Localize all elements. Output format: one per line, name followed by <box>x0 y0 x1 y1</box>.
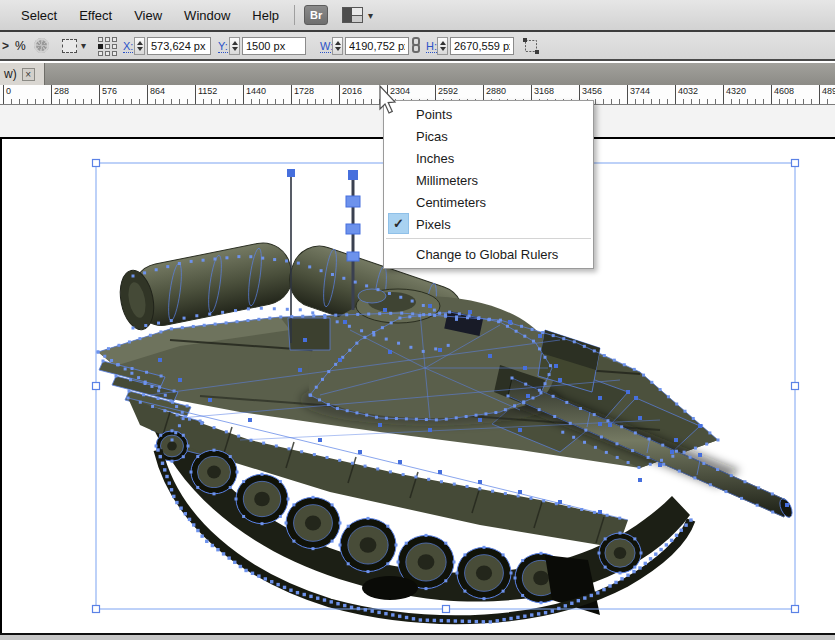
document-tab-label: w) <box>4 67 17 81</box>
ruler-label: 864 <box>150 86 165 96</box>
chevron-down-icon[interactable]: ▾ <box>81 40 86 51</box>
chevron-down-icon[interactable]: ▾ <box>368 10 373 21</box>
h-field-label[interactable]: H: <box>426 41 437 53</box>
constrain-proportions-icon[interactable] <box>411 37 421 56</box>
menu-item-pixels[interactable]: ✓ Pixels <box>384 213 593 235</box>
menu-divider <box>386 238 591 239</box>
ruler-label: 2304 <box>390 86 410 96</box>
bridge-button[interactable]: Br <box>304 5 328 25</box>
ruler-label: 576 <box>102 86 117 96</box>
menu-separator <box>294 5 295 25</box>
y-field-label[interactable]: Y: <box>218 41 228 53</box>
menu-bar: Select Effect View Window Help Br ▾ <box>0 0 835 32</box>
menu-item-millimeters[interactable]: Millimeters <box>384 169 593 191</box>
document-tab-bar: w) × <box>0 63 835 85</box>
ruler-label: 2016 <box>342 86 362 96</box>
ruler-label: 3168 <box>534 86 554 96</box>
window-bottom-edge <box>0 633 835 640</box>
ruler-label: 4320 <box>726 86 746 96</box>
artboard-left-edge <box>0 137 2 633</box>
menu-item-centimeters[interactable]: Centimeters <box>384 191 593 213</box>
style-preset-icon[interactable] <box>62 39 77 53</box>
y-input[interactable] <box>242 37 306 55</box>
ruler-label: 4608 <box>774 86 794 96</box>
ruler-label: 1728 <box>294 86 314 96</box>
recolor-artwork-icon[interactable] <box>34 38 49 53</box>
menu-item-points[interactable]: Points <box>384 103 593 125</box>
x-input[interactable] <box>147 37 211 55</box>
ruler-label: 1152 <box>198 86 217 96</box>
h-input[interactable] <box>450 37 514 55</box>
w-stepper[interactable] <box>332 37 343 55</box>
reference-point-proxy[interactable] <box>98 37 117 56</box>
illustrator-window: Select Effect View Window Help Br ▾ > % … <box>0 0 835 640</box>
checkmark-icon: ✓ <box>388 213 409 234</box>
menu-select[interactable]: Select <box>10 0 68 30</box>
document-tab[interactable]: w) × <box>0 63 45 85</box>
close-icon[interactable]: × <box>22 68 35 81</box>
menu-view[interactable]: View <box>123 0 173 30</box>
percent-label: % <box>15 39 26 53</box>
menu-window[interactable]: Window <box>173 0 241 30</box>
y-stepper[interactable] <box>229 37 240 55</box>
x-stepper[interactable] <box>134 37 145 55</box>
scale-options-icon[interactable] <box>522 37 540 56</box>
overflow-chevron-icon[interactable]: > <box>2 39 9 53</box>
menu-item-change-to-global-rulers[interactable]: Change to Global Rulers <box>384 242 593 266</box>
menu-help[interactable]: Help <box>241 0 290 30</box>
x-field-label[interactable]: X: <box>123 41 133 53</box>
ruler-label: 2592 <box>438 86 458 96</box>
menu-item-inches[interactable]: Inches <box>384 147 593 169</box>
ruler-label: 4032 <box>678 86 698 96</box>
w-input[interactable] <box>345 37 409 55</box>
h-stepper[interactable] <box>437 37 448 55</box>
ruler-label: 4896 <box>822 86 835 96</box>
ruler-units-context-menu: Points Picas Inches Millimeters Centimet… <box>383 100 594 269</box>
ruler-label: 2880 <box>486 86 506 96</box>
menu-effect[interactable]: Effect <box>68 0 123 30</box>
ruler-label: 3456 <box>582 86 602 96</box>
control-bar: > % ▾ X: Y: W: H: <box>0 32 835 61</box>
ruler-label: 0 <box>6 86 11 96</box>
ruler-label: 1440 <box>246 86 266 96</box>
menu-item-picas[interactable]: Picas <box>384 125 593 147</box>
ruler-label: 288 <box>54 86 69 96</box>
ruler-label: 3744 <box>630 86 650 96</box>
workspace-switcher-icon[interactable] <box>342 7 363 23</box>
